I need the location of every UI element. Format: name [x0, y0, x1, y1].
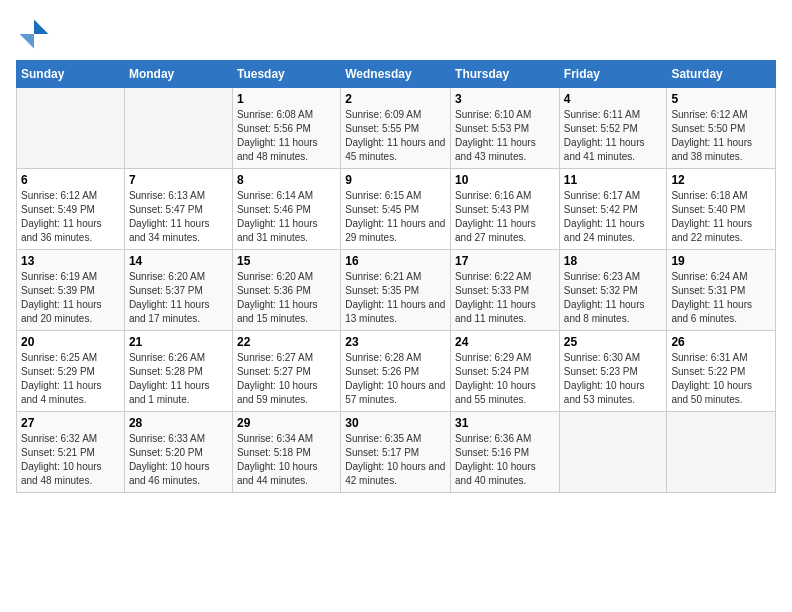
- calendar-cell: 21Sunrise: 6:26 AM Sunset: 5:28 PM Dayli…: [124, 331, 232, 412]
- day-number: 17: [455, 254, 555, 268]
- day-info: Sunrise: 6:15 AM Sunset: 5:45 PM Dayligh…: [345, 189, 446, 245]
- calendar-cell: 3Sunrise: 6:10 AM Sunset: 5:53 PM Daylig…: [451, 88, 560, 169]
- calendar-cell: 1Sunrise: 6:08 AM Sunset: 5:56 PM Daylig…: [232, 88, 340, 169]
- column-header-sunday: Sunday: [17, 61, 125, 88]
- calendar-cell: 17Sunrise: 6:22 AM Sunset: 5:33 PM Dayli…: [451, 250, 560, 331]
- calendar-cell: 4Sunrise: 6:11 AM Sunset: 5:52 PM Daylig…: [559, 88, 667, 169]
- logo: [16, 16, 56, 52]
- calendar-cell: 5Sunrise: 6:12 AM Sunset: 5:50 PM Daylig…: [667, 88, 776, 169]
- calendar-cell: 24Sunrise: 6:29 AM Sunset: 5:24 PM Dayli…: [451, 331, 560, 412]
- calendar-cell: 20Sunrise: 6:25 AM Sunset: 5:29 PM Dayli…: [17, 331, 125, 412]
- day-info: Sunrise: 6:19 AM Sunset: 5:39 PM Dayligh…: [21, 270, 120, 326]
- calendar-cell: 9Sunrise: 6:15 AM Sunset: 5:45 PM Daylig…: [341, 169, 451, 250]
- calendar-cell: 6Sunrise: 6:12 AM Sunset: 5:49 PM Daylig…: [17, 169, 125, 250]
- day-info: Sunrise: 6:24 AM Sunset: 5:31 PM Dayligh…: [671, 270, 771, 326]
- day-number: 11: [564, 173, 663, 187]
- column-header-thursday: Thursday: [451, 61, 560, 88]
- logo-icon: [16, 16, 52, 52]
- day-info: Sunrise: 6:13 AM Sunset: 5:47 PM Dayligh…: [129, 189, 228, 245]
- calendar-cell: [17, 88, 125, 169]
- day-number: 10: [455, 173, 555, 187]
- calendar-week-3: 13Sunrise: 6:19 AM Sunset: 5:39 PM Dayli…: [17, 250, 776, 331]
- day-info: Sunrise: 6:29 AM Sunset: 5:24 PM Dayligh…: [455, 351, 555, 407]
- calendar-cell: 10Sunrise: 6:16 AM Sunset: 5:43 PM Dayli…: [451, 169, 560, 250]
- calendar-cell: 13Sunrise: 6:19 AM Sunset: 5:39 PM Dayli…: [17, 250, 125, 331]
- day-info: Sunrise: 6:33 AM Sunset: 5:20 PM Dayligh…: [129, 432, 228, 488]
- svg-marker-1: [20, 34, 34, 48]
- calendar-cell: 23Sunrise: 6:28 AM Sunset: 5:26 PM Dayli…: [341, 331, 451, 412]
- column-header-friday: Friday: [559, 61, 667, 88]
- calendar-week-1: 1Sunrise: 6:08 AM Sunset: 5:56 PM Daylig…: [17, 88, 776, 169]
- day-number: 4: [564, 92, 663, 106]
- calendar-cell: 25Sunrise: 6:30 AM Sunset: 5:23 PM Dayli…: [559, 331, 667, 412]
- day-number: 28: [129, 416, 228, 430]
- day-info: Sunrise: 6:26 AM Sunset: 5:28 PM Dayligh…: [129, 351, 228, 407]
- calendar-cell: [124, 88, 232, 169]
- day-number: 21: [129, 335, 228, 349]
- day-info: Sunrise: 6:34 AM Sunset: 5:18 PM Dayligh…: [237, 432, 336, 488]
- day-info: Sunrise: 6:08 AM Sunset: 5:56 PM Dayligh…: [237, 108, 336, 164]
- page-header: [16, 16, 776, 52]
- day-number: 9: [345, 173, 446, 187]
- day-info: Sunrise: 6:28 AM Sunset: 5:26 PM Dayligh…: [345, 351, 446, 407]
- day-number: 25: [564, 335, 663, 349]
- day-number: 20: [21, 335, 120, 349]
- day-number: 15: [237, 254, 336, 268]
- column-header-wednesday: Wednesday: [341, 61, 451, 88]
- day-info: Sunrise: 6:35 AM Sunset: 5:17 PM Dayligh…: [345, 432, 446, 488]
- day-number: 13: [21, 254, 120, 268]
- day-number: 18: [564, 254, 663, 268]
- calendar-cell: 28Sunrise: 6:33 AM Sunset: 5:20 PM Dayli…: [124, 412, 232, 493]
- calendar-cell: 29Sunrise: 6:34 AM Sunset: 5:18 PM Dayli…: [232, 412, 340, 493]
- day-info: Sunrise: 6:11 AM Sunset: 5:52 PM Dayligh…: [564, 108, 663, 164]
- day-number: 14: [129, 254, 228, 268]
- day-info: Sunrise: 6:32 AM Sunset: 5:21 PM Dayligh…: [21, 432, 120, 488]
- day-number: 8: [237, 173, 336, 187]
- calendar-week-4: 20Sunrise: 6:25 AM Sunset: 5:29 PM Dayli…: [17, 331, 776, 412]
- day-number: 12: [671, 173, 771, 187]
- calendar-cell: 31Sunrise: 6:36 AM Sunset: 5:16 PM Dayli…: [451, 412, 560, 493]
- day-number: 7: [129, 173, 228, 187]
- calendar-cell: 18Sunrise: 6:23 AM Sunset: 5:32 PM Dayli…: [559, 250, 667, 331]
- calendar-cell: 27Sunrise: 6:32 AM Sunset: 5:21 PM Dayli…: [17, 412, 125, 493]
- day-number: 30: [345, 416, 446, 430]
- calendar-cell: 11Sunrise: 6:17 AM Sunset: 5:42 PM Dayli…: [559, 169, 667, 250]
- calendar-cell: 19Sunrise: 6:24 AM Sunset: 5:31 PM Dayli…: [667, 250, 776, 331]
- calendar-week-2: 6Sunrise: 6:12 AM Sunset: 5:49 PM Daylig…: [17, 169, 776, 250]
- day-info: Sunrise: 6:25 AM Sunset: 5:29 PM Dayligh…: [21, 351, 120, 407]
- calendar-cell: 16Sunrise: 6:21 AM Sunset: 5:35 PM Dayli…: [341, 250, 451, 331]
- day-number: 26: [671, 335, 771, 349]
- calendar-cell: 8Sunrise: 6:14 AM Sunset: 5:46 PM Daylig…: [232, 169, 340, 250]
- calendar-cell: 15Sunrise: 6:20 AM Sunset: 5:36 PM Dayli…: [232, 250, 340, 331]
- day-number: 22: [237, 335, 336, 349]
- day-number: 29: [237, 416, 336, 430]
- day-info: Sunrise: 6:18 AM Sunset: 5:40 PM Dayligh…: [671, 189, 771, 245]
- calendar-table: SundayMondayTuesdayWednesdayThursdayFrid…: [16, 60, 776, 493]
- day-info: Sunrise: 6:27 AM Sunset: 5:27 PM Dayligh…: [237, 351, 336, 407]
- calendar-cell: [667, 412, 776, 493]
- day-number: 3: [455, 92, 555, 106]
- day-number: 2: [345, 92, 446, 106]
- day-info: Sunrise: 6:20 AM Sunset: 5:36 PM Dayligh…: [237, 270, 336, 326]
- calendar-cell: 26Sunrise: 6:31 AM Sunset: 5:22 PM Dayli…: [667, 331, 776, 412]
- day-info: Sunrise: 6:22 AM Sunset: 5:33 PM Dayligh…: [455, 270, 555, 326]
- calendar-cell: 14Sunrise: 6:20 AM Sunset: 5:37 PM Dayli…: [124, 250, 232, 331]
- day-info: Sunrise: 6:12 AM Sunset: 5:49 PM Dayligh…: [21, 189, 120, 245]
- day-info: Sunrise: 6:16 AM Sunset: 5:43 PM Dayligh…: [455, 189, 555, 245]
- day-number: 24: [455, 335, 555, 349]
- day-number: 27: [21, 416, 120, 430]
- day-number: 6: [21, 173, 120, 187]
- day-info: Sunrise: 6:12 AM Sunset: 5:50 PM Dayligh…: [671, 108, 771, 164]
- day-info: Sunrise: 6:23 AM Sunset: 5:32 PM Dayligh…: [564, 270, 663, 326]
- svg-marker-0: [34, 20, 48, 34]
- day-number: 23: [345, 335, 446, 349]
- calendar-cell: 22Sunrise: 6:27 AM Sunset: 5:27 PM Dayli…: [232, 331, 340, 412]
- day-number: 16: [345, 254, 446, 268]
- calendar-cell: 2Sunrise: 6:09 AM Sunset: 5:55 PM Daylig…: [341, 88, 451, 169]
- calendar-cell: 7Sunrise: 6:13 AM Sunset: 5:47 PM Daylig…: [124, 169, 232, 250]
- day-number: 1: [237, 92, 336, 106]
- calendar-cell: [559, 412, 667, 493]
- calendar-week-5: 27Sunrise: 6:32 AM Sunset: 5:21 PM Dayli…: [17, 412, 776, 493]
- day-number: 19: [671, 254, 771, 268]
- day-info: Sunrise: 6:36 AM Sunset: 5:16 PM Dayligh…: [455, 432, 555, 488]
